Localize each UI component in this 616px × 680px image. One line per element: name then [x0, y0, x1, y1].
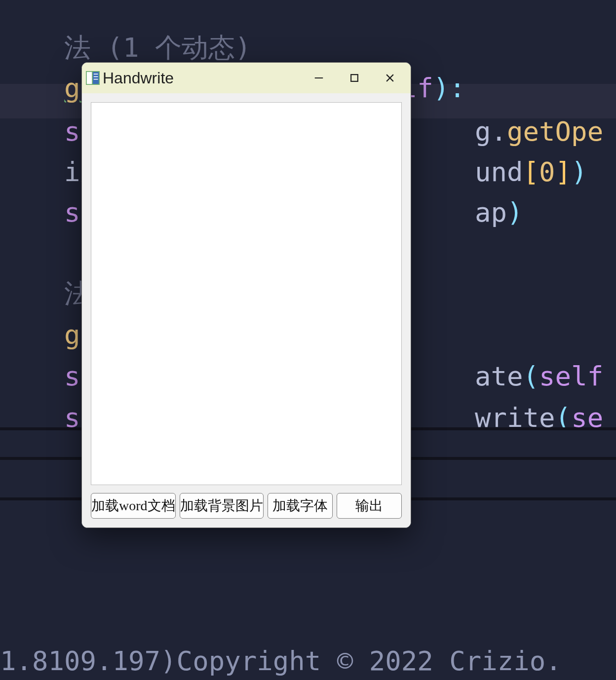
svg-rect-4: [94, 76, 98, 77]
canvas-area[interactable]: [91, 102, 402, 485]
button-row: 加载word文档 加载背景图片 加载字体 输出: [91, 493, 402, 519]
export-button[interactable]: 输出: [337, 493, 402, 519]
window-title: Handwrite: [103, 69, 174, 87]
minimize-button[interactable]: [301, 65, 337, 91]
maximize-button[interactable]: [337, 65, 372, 91]
app-body: 加载word文档 加载背景图片 加载字体 输出: [82, 93, 411, 528]
svg-rect-5: [94, 79, 98, 80]
handwrite-window: Handwrite 加载word文档 加载背景图片 加载字体 输出: [81, 62, 411, 528]
load-word-button[interactable]: 加载word文档: [91, 493, 176, 519]
svg-rect-3: [94, 74, 98, 75]
status-bar: 1.8109.197)Copyright © 2022 Crizio.: [0, 642, 616, 680]
svg-rect-1: [87, 72, 92, 84]
close-button[interactable]: [372, 65, 408, 91]
titlebar[interactable]: Handwrite: [82, 63, 411, 93]
svg-rect-7: [351, 75, 358, 81]
load-background-button[interactable]: 加载背景图片: [180, 493, 264, 519]
load-font-button[interactable]: 加载字体: [268, 493, 333, 519]
app-icon: [86, 71, 100, 85]
